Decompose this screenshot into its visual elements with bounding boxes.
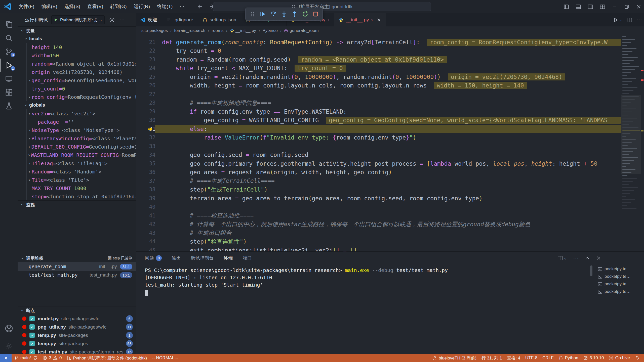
terminal-instance[interactable]: pocketpy te…	[596, 280, 642, 288]
line-number[interactable]: 30	[136, 117, 155, 123]
menu-item[interactable]: 文件(F)	[15, 2, 38, 11]
minimap[interactable]	[621, 35, 641, 251]
tab-settings.json[interactable]: {}settings.json	[198, 13, 241, 26]
variable-row[interactable]: ›room_config = RoomRequestConfig(env_t…	[26, 93, 136, 101]
variable-row[interactable]: ›TileTag = <class 'TileTag'>	[26, 159, 136, 167]
run-and-debug-icon[interactable]: 1	[0, 59, 18, 72]
status-encoding[interactable]: UTF-8	[523, 354, 540, 362]
debug-settings-gear-icon[interactable]	[109, 17, 115, 23]
close-icon[interactable]	[377, 18, 381, 22]
close-window-icon[interactable]	[636, 4, 641, 10]
breadcrumb-item[interactable]: __init__.py	[230, 28, 256, 33]
minimize-icon[interactable]	[612, 4, 617, 10]
menu-item[interactable]: ⋯	[176, 2, 188, 11]
breadcrumb-item[interactable]: rooms	[212, 28, 223, 33]
breakpoint-checkbox[interactable]	[29, 341, 35, 346]
line-number[interactable]: 29	[136, 109, 155, 115]
breakpoint-row[interactable]: test_math.pysite-packages\terrain_res…16	[18, 348, 136, 354]
callstack-frame[interactable]: test/test_math.pytest_math.py16:1	[18, 271, 136, 279]
panel-tab-终端[interactable]: 终端	[224, 252, 233, 264]
accounts-icon[interactable]	[0, 322, 18, 335]
variables-group-locals[interactable]: ›locals	[18, 35, 136, 43]
status-eol[interactable]: CRLF	[540, 354, 556, 362]
line-number[interactable]: 28	[136, 100, 155, 106]
menu-item[interactable]: 编辑(E)	[38, 2, 61, 11]
breakpoint-checkbox[interactable]	[29, 349, 35, 354]
toggle-primary-sidebar-icon[interactable]	[564, 4, 569, 10]
line-number[interactable]: 24	[136, 65, 155, 71]
section-variables[interactable]: › 变量	[18, 26, 136, 35]
close-panel-icon[interactable]	[596, 255, 601, 261]
breadcrumb-item[interactable]: terrain_research	[174, 28, 205, 33]
section-breakpoints[interactable]: › 断点	[18, 306, 136, 314]
restore-icon[interactable]	[624, 4, 629, 10]
section-callstack[interactable]: › 调用堆栈 因 step 已暂停	[18, 254, 136, 262]
variable-row[interactable]: random = <Random object at 0x1bf9d01e…	[26, 60, 136, 68]
line-number[interactable]: 22	[136, 48, 155, 54]
source-control-icon[interactable]: 3	[0, 45, 18, 58]
tab-欢迎[interactable]: 欢迎	[136, 13, 162, 26]
restart-button[interactable]	[301, 10, 309, 18]
status-problems[interactable]: 30	[40, 354, 64, 362]
settings-gear-icon[interactable]	[0, 339, 18, 352]
extensions-icon[interactable]	[0, 86, 18, 99]
start-debug-icon[interactable]	[54, 18, 58, 22]
remote-explorer-icon[interactable]	[0, 72, 18, 85]
launch-config-dropdown[interactable]: Python 调试程序: 启 ⌄	[51, 15, 105, 24]
status-language-mode[interactable]: {}Python	[556, 354, 581, 362]
menu-item[interactable]: 转到(G)	[107, 2, 130, 11]
variable-row[interactable]: ›DEFAULT_GEO_CONFIG = GeoConfig(seed=1…	[26, 143, 136, 151]
status-git-branch[interactable]: main*	[12, 354, 40, 362]
section-watch[interactable]: › 监视	[18, 200, 136, 209]
line-number[interactable]: 25	[136, 74, 155, 80]
status-notifications[interactable]	[632, 354, 642, 362]
line-number[interactable]: 43	[136, 230, 155, 236]
panel-tab-端口[interactable]: 端口	[243, 252, 252, 264]
breakpoint-row[interactable]: model.pysite-packages\wfc6	[18, 314, 136, 323]
customize-layout-icon[interactable]	[600, 4, 605, 10]
menu-item[interactable]: 终端(T)	[153, 2, 176, 11]
search-view-icon[interactable]	[0, 31, 18, 44]
terminal-scrollbar[interactable]	[590, 265, 592, 276]
variable-row[interactable]: ›Tile = <class 'Tile'>	[26, 176, 136, 184]
panel-tab-问题[interactable]: 问题3	[145, 252, 162, 264]
line-number[interactable]: 32	[136, 134, 155, 141]
line-number[interactable]: 34	[136, 152, 155, 158]
run-dropdown-chevron-icon[interactable]: ⌄	[620, 18, 623, 22]
variable-row[interactable]: ›geo_config = GeoConfig(seed=None, wor…	[26, 76, 136, 84]
variable-row[interactable]: ›Random = <class 'Random'>	[26, 167, 136, 176]
line-number[interactable]: 41	[136, 213, 155, 219]
breakpoint-row[interactable]: png_utils.pysite-packages\wfc11	[18, 323, 136, 331]
breakpoint-checkbox[interactable]	[29, 324, 35, 330]
status-indentation[interactable]: 空格: 4	[504, 354, 523, 362]
line-number[interactable]: 37	[136, 178, 155, 184]
terminal-instance[interactable]: pocketpy te…	[596, 265, 642, 273]
line-number[interactable]: 36	[136, 169, 155, 175]
breadcrumb-item[interactable]: site-packages	[141, 28, 168, 33]
panel-layout-icon[interactable]: ⌄	[557, 255, 567, 261]
variable-row[interactable]: origin = vec2i(7205730, 9024468)	[26, 68, 136, 76]
variable-row[interactable]: ›WASTELAND_ROOM_REQUEST_CONFIG = RoomR…	[26, 151, 136, 159]
continue-button[interactable]	[259, 10, 267, 18]
line-number[interactable]: 45	[136, 247, 155, 251]
variable-row[interactable]: height = 140	[26, 43, 136, 51]
status-debug-config[interactable]: Python 调试程序: 启动文件 (godot-ldtk)	[64, 354, 149, 362]
toggle-panel-icon[interactable]	[576, 4, 581, 10]
explorer-icon[interactable]	[0, 18, 18, 31]
status-vim-mode[interactable]: -- NORMAL --	[149, 354, 181, 362]
remote-indicator[interactable]	[0, 354, 12, 362]
panel-tab-输出[interactable]: 输出	[172, 252, 181, 264]
menu-item[interactable]: 查看(V)	[84, 2, 107, 11]
tab-__init__.py[interactable]: __init__.py2	[334, 13, 386, 26]
variable-row[interactable]: ›NoiseType = <class 'NoiseType'>	[26, 126, 136, 134]
variable-row[interactable]: ›vec2i = <class 'vec2i'>	[26, 109, 136, 118]
more-actions-icon[interactable]: ⋯	[119, 17, 126, 23]
editor-more-actions-icon[interactable]: ⋯	[636, 17, 642, 23]
line-number[interactable]: 42	[136, 221, 155, 227]
step-into-button[interactable]	[280, 10, 288, 18]
stop-button[interactable]	[311, 10, 320, 18]
status-cursor-position[interactable]: 行 31, 列 1	[479, 354, 504, 362]
step-over-button[interactable]	[269, 10, 278, 18]
breakpoint-checkbox[interactable]	[29, 333, 35, 338]
callstack-frame[interactable]: generate_room__init__.py31:1	[18, 262, 136, 271]
